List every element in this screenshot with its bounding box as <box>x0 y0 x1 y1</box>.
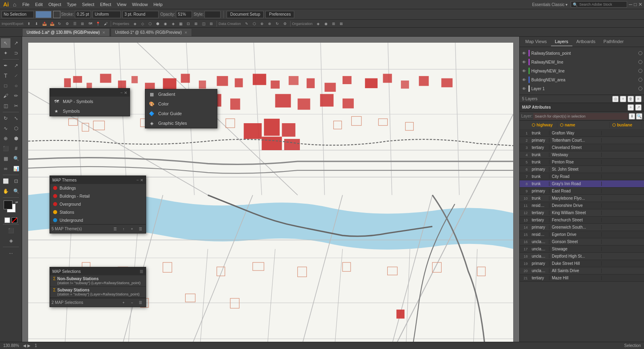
symbols-close-btn[interactable]: ✕ <box>124 91 127 95</box>
map-attr-export-btn[interactable]: ↗ <box>635 104 642 111</box>
menu-view[interactable]: View <box>114 1 129 8</box>
prop11-btn[interactable]: ⊞ <box>208 20 215 27</box>
org4-btn[interactable]: ⊠ <box>338 20 345 27</box>
magic-wand-tool[interactable]: ✦ <box>1 48 10 58</box>
brush-btn[interactable]: 🖌 <box>102 20 109 27</box>
dc3-btn[interactable]: ⊕ <box>258 20 266 27</box>
layer-eye-4[interactable]: 👁 <box>521 86 527 91</box>
style-box[interactable] <box>204 11 221 18</box>
gradient-tool[interactable]: ▦ <box>1 154 10 163</box>
export2-btn[interactable]: 📤 <box>48 20 56 27</box>
stroke-box[interactable] <box>53 11 60 18</box>
tab-layers[interactable]: Layers <box>551 37 572 46</box>
home-icon[interactable]: ⌂ <box>13 1 16 8</box>
line-tool[interactable]: ⟋ <box>11 71 21 81</box>
col-name[interactable]: ⬡ name <box>557 122 610 128</box>
menu-window[interactable]: Window <box>129 1 151 8</box>
layer-eye-3[interactable]: 👁 <box>521 77 527 83</box>
themes-sort-asc[interactable]: ↑ <box>120 225 127 233</box>
org2-btn[interactable]: ◉ <box>322 20 330 27</box>
scale-tool[interactable]: ⤡ <box>11 114 21 123</box>
map-attr-add-btn[interactable]: + <box>627 104 634 111</box>
table-row[interactable]: 16 unclassified Gonson Street <box>520 238 644 246</box>
map-themes-header[interactable]: MAP Themes − ✕ <box>50 176 146 184</box>
fill-color[interactable] <box>4 200 12 209</box>
lasso-tool[interactable]: ⊃ <box>11 48 21 58</box>
map-symbols-header[interactable]: − ✕ <box>50 89 130 97</box>
selections-menu-btn[interactable]: ☰ <box>140 269 143 274</box>
dc6-btn[interactable]: ⚙ <box>281 20 289 27</box>
map-attr-import-btn[interactable]: ⬇ <box>629 113 635 120</box>
theme-item-2[interactable]: Overground <box>50 200 146 208</box>
blend-tool[interactable]: ∞ <box>1 164 10 173</box>
table-row[interactable]: 12 tertiary King William Street <box>520 209 644 217</box>
layer-eye-2[interactable]: 👁 <box>521 68 527 74</box>
layer-item-4[interactable]: 👁 Layer 1 <box>520 84 644 93</box>
sel-del-btn[interactable]: − <box>128 299 136 306</box>
artboard-tool[interactable]: ⬜ <box>1 176 10 186</box>
rect-tool[interactable]: □ <box>1 81 10 91</box>
layer-eye-1[interactable]: 👁 <box>521 59 527 65</box>
layer-eye-0[interactable]: 👁 <box>521 50 527 56</box>
warp-tool[interactable]: ∿ <box>1 124 10 133</box>
select-tool[interactable]: ↖ <box>1 38 10 48</box>
map-attr-search-btn[interactable]: 🔍 <box>636 113 642 120</box>
table-row[interactable]: 8 trunk Gray's Inn Road <box>520 180 644 188</box>
settings-btn[interactable]: ⚙ <box>64 20 71 27</box>
dc5-btn[interactable]: ↻ <box>274 20 281 27</box>
prop10-btn[interactable]: ◫ <box>200 20 207 27</box>
sel-menu-btn[interactable]: ☰ <box>137 299 144 306</box>
prop6-btn[interactable]: ◈ <box>169 20 177 27</box>
table-row[interactable]: 20 unclassified All Saints Drive <box>520 267 644 275</box>
table-row[interactable]: 6 primary St. John Street <box>520 166 644 173</box>
preferences-btn[interactable]: Preferences <box>265 11 294 18</box>
color-guide-item[interactable]: 🔷 Color Guide <box>145 109 217 118</box>
org1-btn[interactable]: ◈ <box>315 20 322 27</box>
eyedropper-tool[interactable]: 🔍 <box>11 154 21 163</box>
opacity-value[interactable]: 51% <box>176 11 192 18</box>
none-btn[interactable] <box>12 217 17 223</box>
curvature-tool[interactable]: ↗ <box>11 61 21 70</box>
table-row[interactable]: 1 trunk Grafton Way <box>520 130 644 137</box>
gradient-item[interactable]: ▦ Gradient <box>145 89 217 99</box>
pin-btn[interactable]: 📍 <box>94 20 101 27</box>
draw-inside-btn[interactable]: ◈ <box>6 236 16 246</box>
themes-list-view[interactable]: ☰ <box>111 225 119 233</box>
prop7-btn[interactable]: ▦ <box>177 20 184 27</box>
tab-map-views[interactable]: Map Views <box>521 37 551 46</box>
symbols-collapse-btn[interactable]: − <box>120 91 123 95</box>
map-selections-header[interactable]: MAP Selections ☰ <box>50 267 146 275</box>
symbols-item[interactable]: ★ Symbols <box>50 106 130 116</box>
ellipse-tool[interactable]: ○ <box>11 81 21 91</box>
prop9-btn[interactable]: ⊠ <box>192 20 200 27</box>
free-transform-tool[interactable]: ⬡ <box>11 124 21 133</box>
table-row[interactable]: 13 tertiary Fenchurch Street <box>520 217 644 224</box>
org3-btn[interactable]: ⊞ <box>330 20 337 27</box>
themes-menu[interactable]: ☰ <box>137 225 144 233</box>
menu-effect[interactable]: Effect <box>97 1 114 8</box>
close-btn[interactable]: ✕ <box>638 2 642 7</box>
themes-add[interactable]: + <box>128 225 136 233</box>
essentials-classic[interactable]: Essentials Classic ▾ <box>532 2 568 7</box>
color-item[interactable]: 🎨 Color <box>145 99 217 109</box>
shape-builder-tool[interactable]: ⊕ <box>1 134 10 143</box>
table-row[interactable]: 7 trunk City Road <box>520 173 644 180</box>
pencil-tool[interactable]: ✏ <box>11 91 21 101</box>
layer-item-0[interactable]: 👁 RailwayStations_point <box>520 49 644 58</box>
table-row[interactable]: 18 unclassified Deptford High St... <box>520 253 644 260</box>
refresh-btn[interactable]: ↻ <box>56 20 63 27</box>
theme-item-4[interactable]: Underground <box>50 216 146 224</box>
map-btn[interactable]: 🗺 <box>87 20 94 27</box>
slice-tool[interactable]: ⊡ <box>11 176 21 186</box>
menu-edit[interactable]: Edit <box>32 1 45 8</box>
table-row[interactable]: 4 trunk Westway <box>520 151 644 159</box>
menu-help[interactable]: Help <box>151 1 165 8</box>
dc2-btn[interactable]: ⬡ <box>251 20 258 27</box>
graphic-styles-item[interactable]: ◈ Graphic Styles <box>145 118 217 128</box>
import-btn[interactable]: ⬆ <box>25 20 33 27</box>
eraser-tool[interactable]: ◫ <box>1 101 10 111</box>
paintbrush-tool[interactable]: 🖌 <box>1 91 10 101</box>
live-paint-tool[interactable]: ⬢ <box>11 134 21 143</box>
scissors-tool[interactable]: ✂ <box>11 101 21 111</box>
layer-locate-btn[interactable]: ◎ <box>612 96 619 102</box>
